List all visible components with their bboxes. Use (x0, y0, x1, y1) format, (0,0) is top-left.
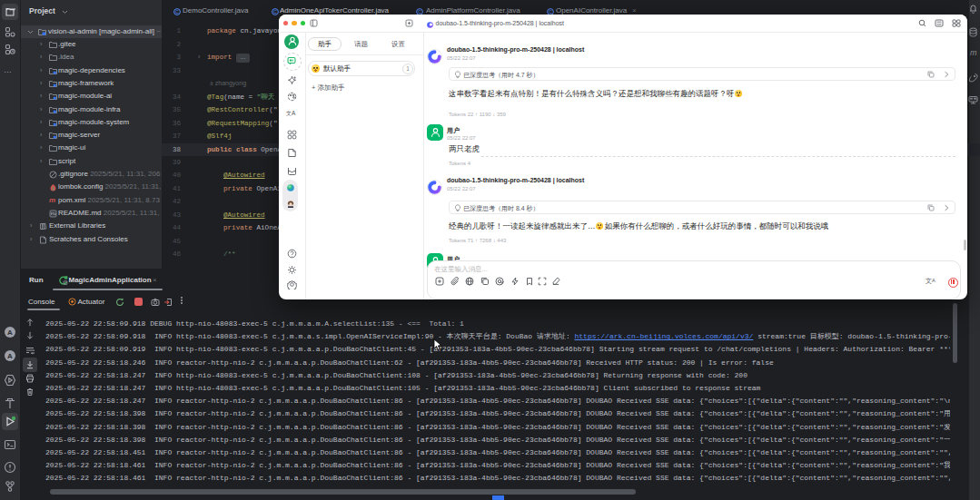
svg-text:C: C (175, 9, 179, 15)
svg-text:A: A (7, 328, 13, 337)
svg-text:C: C (549, 9, 552, 15)
svg-text:A: A (7, 352, 13, 360)
svg-text:C: C (418, 9, 421, 15)
svg-text:C: C (273, 9, 277, 15)
